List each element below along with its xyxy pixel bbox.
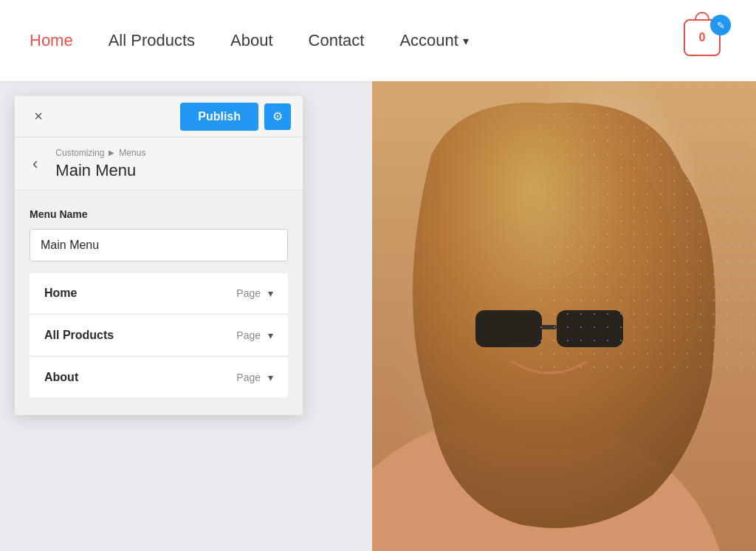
customizer-content: Menu Name Home Page ▾ All Products Page (15, 191, 303, 415)
customizer-breadcrumb: ‹ Customizing ▶ Menus Main Menu (15, 137, 303, 191)
customizer-panel: × Publish ⚙ ‹ Customizing ▶ Menus Main M… (15, 96, 303, 415)
dot-pattern (535, 81, 756, 377)
breadcrumb-root: Customizing (55, 148, 104, 158)
chevron-down-icon-2: ▾ (268, 329, 273, 341)
menu-item-all-products-type: Page (236, 329, 261, 341)
main-content: × Publish ⚙ ‹ Customizing ▶ Menus Main M… (0, 81, 756, 551)
chevron-down-icon: ▾ (268, 287, 273, 299)
menu-name-label: Menu Name (30, 208, 288, 220)
cart-count: 0 (699, 31, 706, 44)
svg-rect-2 (475, 310, 542, 347)
account-label: Account (399, 31, 458, 50)
breadcrumb-path: Customizing ▶ Menus (55, 148, 145, 158)
top-navigation: Home All Products About Contact Account … (0, 0, 756, 81)
menu-item-all-products[interactable]: All Products Page ▾ (30, 315, 288, 356)
menu-name-input[interactable] (30, 229, 288, 261)
edit-badge-icon[interactable]: ✎ (710, 15, 731, 35)
chevron-down-icon-3: ▾ (268, 372, 273, 383)
close-button[interactable]: × (27, 105, 50, 129)
menu-item-all-products-label: All Products (44, 329, 114, 342)
settings-icon: ⚙ (272, 109, 283, 123)
hero-image (372, 81, 756, 551)
menu-items-list: Home Page ▾ All Products Page ▾ Ab (30, 273, 288, 397)
menu-item-home[interactable]: Home Page ▾ (30, 273, 288, 314)
breadcrumb-content: Customizing ▶ Menus Main Menu (55, 148, 145, 180)
menu-item-home-type: Page (236, 287, 261, 299)
nav-item-contact[interactable]: Contact (309, 31, 365, 50)
cart-wrapper: 0 ✎ (684, 19, 726, 62)
menu-item-about[interactable]: About Page ▾ (30, 357, 288, 397)
menu-item-about-right: Page ▾ (236, 372, 273, 383)
menu-item-all-products-right: Page ▾ (236, 329, 273, 341)
menu-item-home-right: Page ▾ (236, 287, 273, 299)
nav-item-account[interactable]: Account ▾ (399, 31, 469, 50)
customizer-section-title: Main Menu (55, 161, 145, 180)
menu-item-about-label: About (44, 371, 78, 384)
publish-button[interactable]: Publish (180, 103, 258, 131)
nav-item-all-products[interactable]: All Products (109, 31, 195, 50)
cart-handle (695, 12, 709, 21)
account-chevron-icon: ▾ (463, 34, 469, 48)
breadcrumb-section: Menus (119, 148, 145, 158)
pencil-icon: ✎ (717, 20, 725, 31)
menu-item-home-label: Home (44, 287, 77, 300)
publish-area: Publish ⚙ (180, 103, 291, 131)
settings-button[interactable]: ⚙ (264, 103, 291, 130)
nav-item-about[interactable]: About (230, 31, 273, 50)
menu-item-about-type: Page (236, 372, 261, 383)
nav-item-home[interactable]: Home (30, 31, 73, 50)
breadcrumb-arrow-icon: ▶ (109, 148, 114, 157)
customizer-topbar: × Publish ⚙ (15, 96, 303, 137)
back-button[interactable]: ‹ (27, 151, 44, 177)
